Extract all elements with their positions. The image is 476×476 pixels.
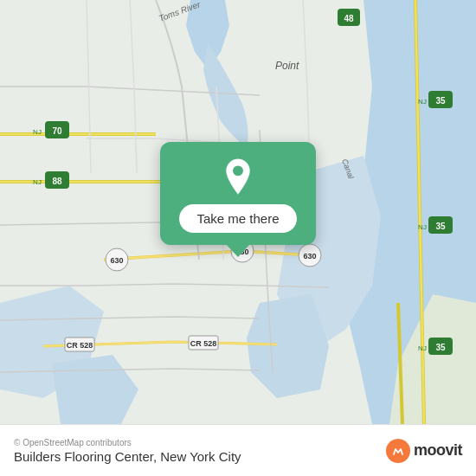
- popup-card[interactable]: Take me there: [160, 142, 316, 245]
- svg-text:88: 88: [52, 177, 62, 186]
- svg-text:35: 35: [435, 222, 446, 231]
- svg-text:630: 630: [110, 256, 123, 265]
- moovit-icon: [386, 439, 410, 463]
- location-name: Builders Flooring Center, New York City: [14, 449, 241, 464]
- location-info: © OpenStreetMap contributors Builders Fl…: [14, 438, 241, 464]
- svg-text:35: 35: [435, 343, 446, 352]
- moovit-label: moovit: [414, 441, 462, 460]
- svg-text:NJ: NJ: [33, 178, 42, 186]
- svg-text:NJ: NJ: [33, 128, 42, 136]
- svg-text:630: 630: [303, 252, 316, 261]
- svg-text:70: 70: [52, 126, 62, 136]
- map-container: 70 NJ 88 NJ 35 NJ 35 NJ 35 NJ 48 630 630…: [0, 0, 476, 424]
- svg-text:35: 35: [435, 96, 446, 106]
- svg-text:NJ: NJ: [418, 223, 427, 231]
- svg-text:NJ: NJ: [418, 98, 427, 106]
- map-attribution: © OpenStreetMap contributors: [14, 438, 241, 447]
- location-pin-icon: [219, 158, 257, 196]
- svg-text:Point: Point: [275, 60, 299, 72]
- svg-text:CR 528: CR 528: [190, 339, 217, 348]
- take-me-there-button[interactable]: Take me there: [179, 204, 296, 233]
- svg-text:NJ: NJ: [418, 344, 427, 352]
- svg-text:CR 528: CR 528: [67, 341, 93, 350]
- svg-point-32: [390, 443, 406, 459]
- svg-point-31: [233, 165, 243, 176]
- bottom-bar: © OpenStreetMap contributors Builders Fl…: [0, 424, 476, 476]
- svg-text:48: 48: [344, 14, 354, 23]
- moovit-logo[interactable]: moovit: [386, 439, 462, 463]
